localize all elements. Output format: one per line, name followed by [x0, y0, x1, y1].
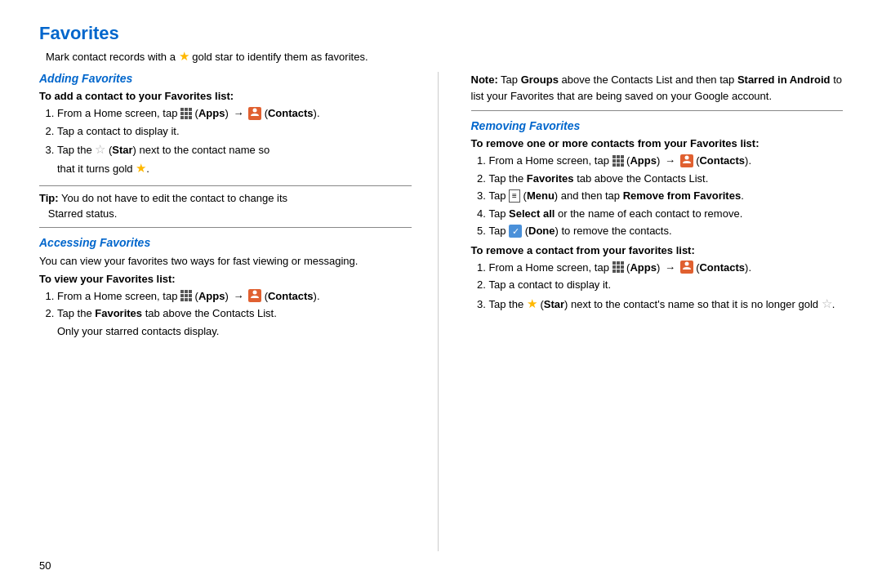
contacts-icon: [680, 154, 693, 167]
list-item: Tap the ☆ (Star) next to the contact nam…: [57, 140, 412, 177]
list-item: Tap ✓ (Done) to remove the contacts.: [489, 223, 844, 239]
add-to-list-heading: To add a contact to your Favorites list:: [39, 90, 412, 102]
main-title: Favorites: [39, 23, 843, 44]
gold-star-icon: ★: [179, 49, 189, 63]
star-outline-icon: ☆: [822, 296, 832, 310]
arrow-icon: →: [233, 290, 243, 302]
menu-icon: ≡: [509, 189, 520, 203]
remove-multiple-heading: To remove one or more contacts from your…: [471, 137, 844, 149]
remove-single-heading: To remove a contact from your favorites …: [471, 244, 844, 256]
contacts-icon: [680, 261, 693, 274]
list-item: Tap the Favorites tab above the Contacts…: [57, 305, 412, 322]
list-item: Tap a contact to display it.: [489, 277, 844, 293]
note-box: Note: Tap Groups above the Contacts List…: [471, 72, 844, 111]
removing-favorites-title: Removing Favorites: [471, 119, 844, 132]
apps-icon: [180, 290, 192, 301]
list-item: Tap ≡ (Menu) and then tap Remove from Fa…: [489, 188, 844, 204]
apps-icon: [612, 261, 624, 273]
list-item: From a Home screen, tap (Apps) → (Contac…: [57, 288, 412, 305]
page: Favorites Mark contact records with a ★ …: [0, 0, 882, 588]
adding-steps-list: From a Home screen, tap (Apps) → (Contac…: [57, 105, 412, 177]
intro-text: Mark contact records with a ★ gold star …: [46, 49, 843, 64]
removing-single-steps-list: From a Home screen, tap (Apps) → (Contac…: [489, 260, 844, 314]
list-item: From a Home screen, tap (Apps) → (Contac…: [489, 153, 844, 169]
contacts-icon: [248, 289, 261, 302]
accessing-steps-list: From a Home screen, tap (Apps) → (Contac…: [57, 288, 412, 340]
adding-favorites-title: Adding Favorites: [39, 72, 412, 85]
left-column: Adding Favorites To add a contact to you…: [39, 72, 439, 551]
svg-point-1: [253, 291, 257, 295]
list-item: Tap the ★ (Star) next to the contact's n…: [489, 295, 844, 314]
arrow-icon: →: [665, 261, 675, 274]
page-number: 50: [39, 551, 843, 572]
list-item: Tap Select all or the name of each conta…: [489, 206, 844, 222]
svg-point-3: [684, 262, 688, 266]
accessing-favorites-title: Accessing Favorites: [39, 236, 412, 249]
svg-point-0: [253, 108, 257, 112]
tip-box: Tip: You do not have to edit the contact…: [39, 185, 412, 228]
two-column-layout: Adding Favorites To add a contact to you…: [39, 72, 843, 551]
gold-star-icon: ★: [527, 296, 537, 310]
list-item: From a Home screen, tap (Apps) → (Contac…: [489, 260, 844, 276]
apps-icon: [180, 108, 192, 119]
removing-multiple-steps-list: From a Home screen, tap (Apps) → (Contac…: [489, 153, 844, 239]
right-column: Note: Tap Groups above the Contacts List…: [468, 72, 844, 551]
apps-icon: [612, 155, 624, 167]
done-icon: ✓: [509, 225, 522, 238]
list-item: Tap the Favorites tab above the Contacts…: [489, 171, 844, 187]
contacts-icon: [248, 107, 261, 120]
list-item: Tap a contact to display it.: [57, 123, 412, 140]
list-item: From a Home screen, tap (Apps) → (Contac…: [57, 105, 412, 122]
view-list-heading: To view your Favorites list:: [39, 273, 412, 285]
tip-label: Tip:: [39, 192, 59, 204]
gold-star-icon: ★: [136, 161, 146, 175]
arrow-icon: →: [233, 107, 243, 119]
arrow-icon: →: [665, 154, 675, 167]
star-outline-icon: ☆: [95, 142, 105, 156]
accessing-intro: You can view your favorites two ways for…: [39, 254, 412, 270]
list-item: Only your starred contacts display.: [39, 323, 412, 340]
svg-point-2: [684, 155, 688, 159]
